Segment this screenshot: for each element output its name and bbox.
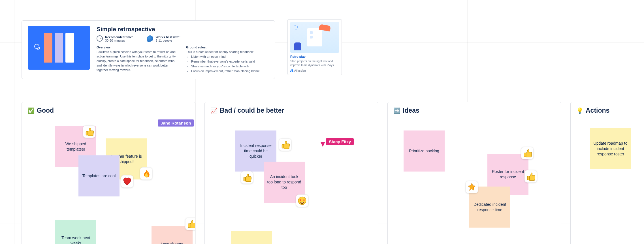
clock-icon — [97, 35, 103, 42]
thumbsup-icon — [523, 148, 532, 158]
heart-icon — [122, 177, 132, 186]
retro-play-brand: Atlassian — [290, 69, 339, 72]
template-header-card[interactable]: Simple retrospective Recomended time: 30… — [22, 20, 275, 79]
reaction-thumbsup[interactable] — [279, 138, 291, 151]
check-icon: ✅ — [27, 107, 35, 114]
thumbsup-icon — [280, 140, 290, 149]
thumbsup-icon — [187, 219, 195, 229]
user-cursor-stacy: Stacy Fitzy — [321, 137, 354, 146]
column-ideas-title: Ideas — [403, 107, 419, 114]
reaction-thumbsup[interactable] — [241, 171, 253, 184]
retro-play-desc: Start projects on the right foot and imp… — [290, 59, 339, 67]
thumbsup-icon — [84, 127, 94, 136]
meta-recommended-time: Recomended time: 30-60 minutes — [97, 35, 133, 42]
reaction-thumbsup[interactable] — [521, 147, 534, 159]
arrow-right-icon: ➡️ — [393, 107, 400, 114]
chart-icon: 📈 — [210, 107, 217, 114]
sticky-note[interactable]: Templates are cool — [78, 155, 120, 196]
thumbsup-icon — [242, 173, 252, 182]
column-good-title: Good — [37, 107, 54, 114]
template-thumbnail — [28, 26, 90, 70]
ground-rule: Focus on improvement, rather than placin… — [191, 69, 260, 74]
template-title: Simple retrospective — [97, 26, 268, 33]
retro-play-card[interactable]: Retro play Start projects on the right f… — [287, 19, 342, 75]
meta-works-best: Works best with: 3-11 people — [147, 35, 180, 42]
retro-play-title: Retro play — [290, 55, 339, 58]
ground-rule: Share as much as you're comfortable with — [191, 64, 260, 69]
sticky-note[interactable] — [231, 231, 272, 244]
bulb-icon: 💡 — [576, 107, 583, 114]
reaction-heart[interactable] — [121, 175, 133, 188]
user-cursor-jane: Jane Rotanson — [158, 118, 195, 128]
thumbsup-icon — [526, 172, 536, 181]
fire-icon — [141, 169, 151, 178]
column-actions-title: Actions — [586, 107, 609, 114]
column-ideas[interactable]: ➡️ Ideas Prioritize backlog Roster for i… — [387, 102, 561, 244]
reaction-thumbsup[interactable] — [185, 218, 195, 230]
reaction-star[interactable] — [466, 181, 478, 193]
stareyes-icon — [297, 196, 307, 206]
column-good[interactable]: ✅ Good Jane Rotanson We shipped template… — [22, 102, 195, 244]
cursor-pointer-icon — [320, 140, 326, 147]
retro-play-illustration — [290, 22, 339, 53]
ground-rule: Remember that everyone's experience is v… — [191, 59, 260, 64]
reaction-fire[interactable] — [140, 167, 152, 180]
column-actions[interactable]: 💡 Actions Update roadmap to include inci… — [570, 102, 644, 244]
reaction-thumbsup[interactable] — [83, 125, 95, 138]
star-icon — [467, 182, 477, 192]
sticky-note[interactable]: Team week next week! — [55, 220, 96, 244]
people-icon — [147, 35, 154, 42]
reaction-thumbsup[interactable] — [524, 170, 537, 183]
reaction-stareyes[interactable] — [296, 194, 308, 207]
sticky-note[interactable]: Prioritize backlog — [404, 130, 445, 172]
column-bad-title: Bad / could be better — [220, 107, 284, 114]
ground-rule: Listen with an open mind — [191, 54, 260, 59]
column-bad[interactable]: 📈 Bad / could be better Stacy Fitzy Inci… — [204, 102, 378, 244]
atlassian-logo-icon — [290, 69, 293, 72]
ground-rules-section: Ground rules: This is a safe space for o… — [186, 46, 260, 74]
cursor-pointer-icon — [194, 121, 195, 128]
overview-section: Overview: Facilitate a quick session wit… — [97, 46, 176, 74]
sticky-note[interactable]: Update roadmap to include incident respo… — [590, 128, 631, 169]
